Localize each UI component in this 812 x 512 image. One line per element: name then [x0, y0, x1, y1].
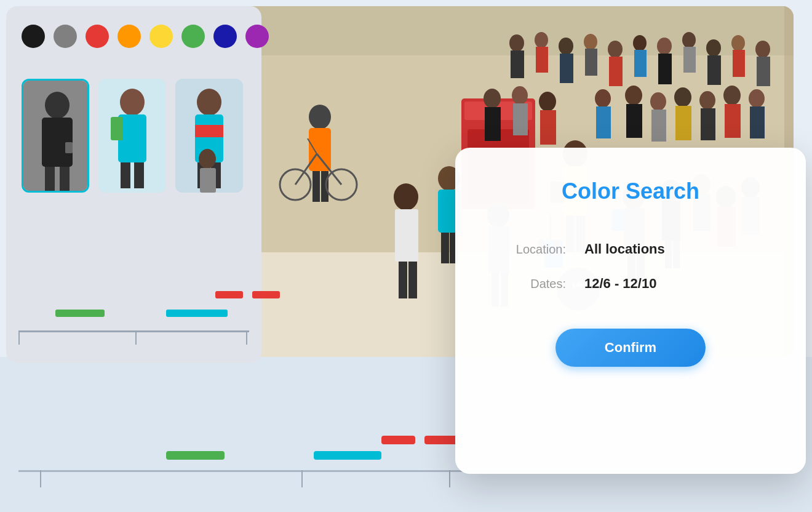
svg-point-53	[539, 92, 556, 111]
svg-rect-32	[560, 54, 573, 83]
svg-point-57	[625, 86, 642, 105]
thumbnail-1[interactable]	[22, 79, 89, 193]
dates-row: Dates: 12/6 - 12/10	[492, 276, 769, 292]
bottom-tick-1	[40, 470, 41, 487]
color-dot-orange[interactable]	[117, 25, 141, 48]
timeline-area	[18, 277, 249, 351]
svg-rect-113	[195, 125, 223, 137]
modal-title: Color Search	[562, 178, 699, 204]
svg-rect-10	[309, 128, 331, 171]
svg-rect-101	[45, 167, 55, 191]
svg-point-45	[731, 35, 745, 51]
svg-rect-11	[312, 171, 320, 202]
thumbnail-row	[22, 79, 249, 193]
svg-rect-38	[634, 50, 647, 77]
svg-rect-72	[408, 262, 417, 298]
confirm-button[interactable]: Confirm	[555, 329, 706, 367]
svg-rect-25	[441, 233, 449, 263]
color-dot-yellow[interactable]	[149, 25, 173, 48]
svg-rect-1	[209, 6, 794, 55]
svg-rect-64	[701, 108, 715, 140]
svg-point-41	[682, 32, 696, 48]
svg-point-37	[633, 35, 647, 51]
svg-point-49	[484, 89, 501, 108]
svg-rect-68	[750, 106, 765, 138]
thumbnail-2[interactable]	[98, 79, 166, 193]
svg-point-35	[608, 41, 623, 58]
svg-rect-28	[511, 50, 524, 78]
svg-point-111	[197, 89, 221, 116]
timeline-tick-3	[246, 332, 247, 345]
svg-point-31	[559, 38, 573, 55]
dates-label: Dates:	[492, 277, 566, 291]
bottom-tick-3	[449, 470, 450, 487]
modal-fields: Location: All locations Dates: 12/6 - 12…	[492, 241, 769, 292]
timeline-bar	[18, 330, 249, 332]
location-label: Location:	[492, 242, 566, 257]
timeline-tick-1	[18, 332, 20, 345]
color-dot-black[interactable]	[22, 25, 45, 48]
svg-rect-34	[585, 49, 597, 76]
svg-rect-42	[683, 47, 696, 73]
svg-point-99	[45, 92, 70, 119]
svg-rect-58	[626, 104, 642, 138]
color-dot-red[interactable]	[86, 25, 109, 48]
svg-point-55	[595, 89, 611, 108]
svg-rect-117	[200, 168, 216, 193]
timeline-segment-green	[55, 310, 105, 317]
color-dot-gray[interactable]	[54, 25, 77, 48]
svg-point-69	[394, 183, 418, 210]
bottom-tick-2	[301, 470, 303, 487]
svg-point-39	[657, 38, 672, 55]
timeline-segment-red1	[215, 291, 243, 298]
location-row: Location: All locations	[492, 241, 769, 257]
color-dot-purple[interactable]	[245, 25, 269, 48]
timeline-segment-cyan	[166, 310, 228, 317]
svg-rect-44	[707, 55, 721, 85]
svg-point-63	[699, 91, 715, 110]
color-dot-green[interactable]	[181, 25, 205, 48]
color-dot-blue[interactable]	[213, 25, 237, 48]
svg-point-61	[674, 87, 691, 107]
bottom-seg-red1	[381, 436, 415, 444]
left-panel	[6, 6, 261, 363]
svg-rect-48	[757, 57, 770, 86]
timeline-tick-2	[135, 332, 137, 345]
svg-rect-52	[513, 103, 528, 135]
svg-rect-36	[609, 57, 623, 86]
svg-rect-71	[399, 262, 407, 298]
svg-rect-102	[60, 167, 70, 191]
svg-point-51	[512, 86, 528, 105]
bottom-seg-cyan	[314, 451, 381, 460]
color-search-modal: Color Search Location: All locations Dat…	[455, 148, 806, 474]
svg-rect-107	[121, 162, 130, 188]
svg-rect-46	[733, 50, 745, 77]
svg-point-47	[755, 41, 770, 58]
svg-rect-56	[596, 106, 611, 138]
svg-point-65	[723, 86, 741, 105]
svg-point-29	[535, 32, 548, 48]
svg-point-43	[706, 39, 721, 57]
svg-point-67	[749, 89, 765, 108]
svg-rect-70	[395, 209, 418, 262]
svg-rect-40	[658, 54, 672, 84]
svg-rect-109	[111, 117, 123, 140]
svg-point-105	[120, 89, 145, 116]
svg-rect-66	[725, 104, 741, 138]
svg-rect-103	[65, 142, 73, 153]
svg-rect-60	[651, 110, 666, 142]
svg-point-116	[199, 149, 216, 169]
thumbnail-3[interactable]	[175, 79, 243, 193]
svg-point-59	[650, 92, 666, 111]
svg-rect-54	[540, 110, 556, 145]
dates-value: 12/6 - 12/10	[584, 276, 656, 292]
location-value: All locations	[584, 241, 665, 257]
bottom-seg-red2	[424, 436, 458, 444]
color-dots-row	[22, 25, 249, 48]
timeline-segment-red2	[252, 291, 280, 298]
svg-rect-62	[675, 106, 691, 140]
svg-point-9	[309, 105, 331, 129]
svg-rect-12	[321, 171, 328, 202]
svg-rect-30	[536, 47, 548, 73]
svg-rect-108	[134, 162, 144, 188]
